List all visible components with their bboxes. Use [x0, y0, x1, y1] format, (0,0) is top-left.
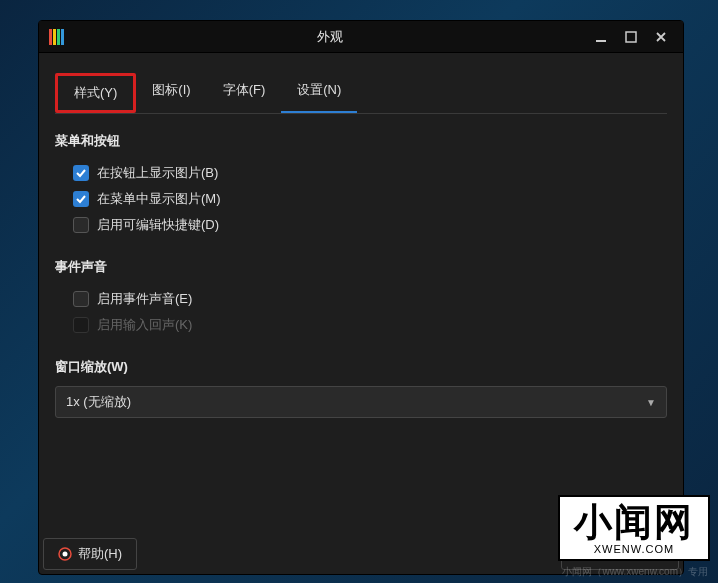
tab-style[interactable]: 样式(Y) [55, 73, 136, 113]
section-title: 菜单和按钮 [55, 132, 667, 150]
background-footer-text: 小闻网（www.xwenw.com）专用 [552, 561, 718, 583]
option-enable-event-sounds[interactable]: 启用事件声音(E) [55, 286, 667, 312]
svg-rect-4 [596, 40, 606, 42]
watermark: 小闻网 XWENW.COM [558, 495, 710, 561]
svg-rect-1 [53, 29, 56, 45]
option-label: 在菜单中显示图片(M) [97, 190, 221, 208]
help-icon [58, 547, 72, 561]
tab-icons[interactable]: 图标(I) [136, 73, 206, 113]
window-controls [587, 25, 675, 49]
section-title: 窗口缩放(W) [55, 358, 667, 376]
option-show-images-menus[interactable]: 在菜单中显示图片(M) [55, 186, 667, 212]
option-label: 启用可编辑快捷键(D) [97, 216, 219, 234]
content-area: 样式(Y) 图标(I) 字体(F) 设置(N) 菜单和按钮 在按钮上显示图片(B… [39, 53, 683, 538]
appearance-window: 外观 样式(Y) 图标(I) 字体(F) 设置(N) 菜单和按钮 [38, 20, 684, 575]
option-show-images-buttons[interactable]: 在按钮上显示图片(B) [55, 160, 667, 186]
maximize-button[interactable] [617, 25, 645, 49]
option-enable-input-feedback: 启用输入回声(K) [55, 312, 667, 338]
svg-rect-5 [626, 32, 636, 42]
section-menus-buttons: 菜单和按钮 在按钮上显示图片(B) 在菜单中显示图片(M) 启用可编辑快捷键(D… [55, 132, 667, 238]
chevron-down-icon: ▼ [646, 397, 656, 408]
app-icon [47, 27, 67, 47]
window-title: 外观 [73, 28, 587, 46]
svg-rect-2 [57, 29, 60, 45]
svg-point-7 [63, 552, 68, 557]
tab-bar: 样式(Y) 图标(I) 字体(F) 设置(N) [55, 73, 667, 114]
option-label: 启用输入回声(K) [97, 316, 192, 334]
checkbox-icon [73, 291, 89, 307]
section-title: 事件声音 [55, 258, 667, 276]
tab-settings[interactable]: 设置(N) [281, 73, 357, 113]
checkbox-icon [73, 317, 89, 333]
dropdown-value: 1x (无缩放) [66, 393, 131, 411]
help-label: 帮助(H) [78, 545, 122, 563]
tab-fonts[interactable]: 字体(F) [207, 73, 282, 113]
option-label: 在按钮上显示图片(B) [97, 164, 218, 182]
checkbox-icon [73, 191, 89, 207]
option-label: 启用事件声音(E) [97, 290, 192, 308]
option-editable-accels[interactable]: 启用可编辑快捷键(D) [55, 212, 667, 238]
checkbox-icon [73, 165, 89, 181]
svg-rect-3 [61, 29, 64, 45]
help-button[interactable]: 帮助(H) [43, 538, 137, 570]
section-window-scaling: 窗口缩放(W) 1x (无缩放) ▼ [55, 358, 667, 418]
checkbox-icon [73, 217, 89, 233]
close-button[interactable] [647, 25, 675, 49]
watermark-url: XWENW.COM [574, 543, 694, 555]
watermark-text: 小闻网 [574, 503, 694, 541]
titlebar: 外观 [39, 21, 683, 53]
section-event-sounds: 事件声音 启用事件声音(E) 启用输入回声(K) [55, 258, 667, 338]
scaling-dropdown[interactable]: 1x (无缩放) ▼ [55, 386, 667, 418]
svg-rect-0 [49, 29, 52, 45]
minimize-button[interactable] [587, 25, 615, 49]
